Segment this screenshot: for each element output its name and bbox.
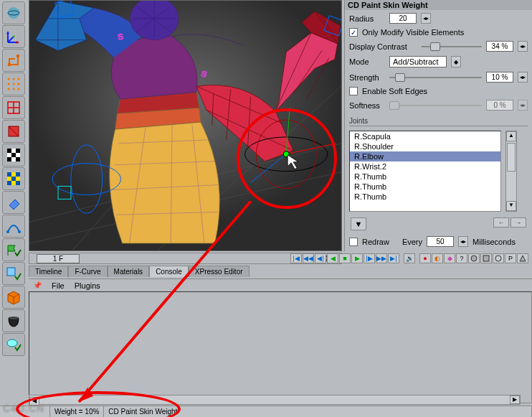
goto-start-button[interactable]: |◀ xyxy=(290,253,302,263)
record-button[interactable]: ● xyxy=(419,253,431,263)
tool-curve-blue[interactable] xyxy=(2,215,25,238)
next-key-button[interactable]: ▶▶ xyxy=(376,253,387,263)
prev-joint-button[interactable]: ← xyxy=(493,217,509,228)
svg-point-8 xyxy=(13,83,15,85)
console-output[interactable] xyxy=(29,291,532,403)
autokey-button[interactable]: ◐ xyxy=(432,253,443,263)
tab-xpresso[interactable]: XPresso Editor xyxy=(189,266,250,277)
joint-item-3[interactable]: R.Wrist.2 xyxy=(350,161,500,172)
strength-slider[interactable] xyxy=(389,72,482,83)
console-pin-icon[interactable]: 📌 xyxy=(33,281,42,289)
joints-list[interactable]: R.Scapula R.Shoulder R.Elbow R.Wrist.2 R… xyxy=(349,131,501,212)
console-hscroll[interactable]: ◀ ▶ xyxy=(29,395,521,405)
joint-item-2[interactable]: R.Elbow xyxy=(350,151,500,161)
redraw-checkbox[interactable] xyxy=(349,238,358,246)
playback-controls: |◀ ◀◀ ◀| ◀ ■ ▶ |▶ ▶▶ ▶| 🔊 ● ◐ ◆ ? P xyxy=(290,253,531,264)
stop-button[interactable]: ■ xyxy=(339,253,351,263)
radius-input[interactable] xyxy=(389,13,417,24)
key-param-button[interactable]: P xyxy=(505,253,516,263)
mode-dropdown[interactable]: Add/Subtract xyxy=(389,56,447,67)
svg-point-45 xyxy=(495,256,501,261)
tool-checker[interactable] xyxy=(2,144,25,167)
next-joint-button[interactable]: → xyxy=(510,217,526,228)
tool-cup[interactable] xyxy=(2,309,25,332)
tool-orange-box[interactable] xyxy=(2,286,25,309)
tool-check-cyan[interactable] xyxy=(2,333,25,356)
joint-item-1[interactable]: R.Shoulder xyxy=(350,141,500,151)
every-input[interactable] xyxy=(427,236,454,247)
tool-checker-y[interactable] xyxy=(2,167,25,190)
hscroll-left-icon[interactable]: ◀ xyxy=(29,397,39,406)
strength-label: Strength xyxy=(349,73,385,82)
tab-timeline[interactable]: Timeline xyxy=(29,266,68,277)
hscroll-right-icon[interactable]: ▶ xyxy=(510,395,520,404)
display-contrast-label: Display Contrast xyxy=(349,42,417,51)
console-menu-plugins[interactable]: Plugins xyxy=(75,281,100,290)
display-contrast-slider[interactable] xyxy=(422,42,482,52)
scroll-thumb[interactable] xyxy=(507,143,516,172)
tool-check-blue[interactable] xyxy=(2,262,25,285)
svg-rect-28 xyxy=(7,268,15,276)
tool-scale[interactable] xyxy=(2,49,25,72)
svg-rect-3 xyxy=(16,55,19,57)
soft-edges-label: Enable Soft Edges xyxy=(362,87,427,95)
svg-point-0 xyxy=(8,7,19,19)
key-r-button[interactable] xyxy=(493,253,504,263)
joint-item-5[interactable]: R.Thumb xyxy=(350,182,500,192)
prev-frame-button[interactable]: ◀| xyxy=(315,253,326,263)
key-p-button[interactable] xyxy=(468,253,480,263)
only-modify-checkbox[interactable] xyxy=(349,28,358,37)
svg-rect-19 xyxy=(16,157,20,161)
every-stepper[interactable]: ◂▸ xyxy=(458,236,468,247)
tool-axis[interactable] xyxy=(2,25,25,48)
tool-eraser[interactable] xyxy=(2,191,25,214)
help-icon[interactable]: ? xyxy=(456,253,467,263)
strength-input[interactable] xyxy=(486,72,513,83)
tab-console[interactable]: Console xyxy=(149,266,189,277)
next-frame-button[interactable]: |▶ xyxy=(364,253,375,263)
key-s-button[interactable] xyxy=(480,253,492,263)
svg-point-30 xyxy=(7,339,17,347)
tool-uv-red[interactable] xyxy=(2,96,25,119)
viewport-3d[interactable]: S S xyxy=(29,0,342,251)
only-modify-label: Only Modify Visible Elements xyxy=(362,28,464,37)
status-weight: Weight = 10% xyxy=(50,406,104,417)
tool-sphere[interactable] xyxy=(2,1,25,24)
svg-point-10 xyxy=(8,88,10,90)
key-pla-button[interactable] xyxy=(517,253,528,263)
mode-dropdown-arrow[interactable]: ◆ xyxy=(451,56,461,67)
svg-point-43 xyxy=(471,256,477,261)
soft-edges-checkbox[interactable] xyxy=(349,87,358,95)
goto-end-button[interactable]: ▶| xyxy=(388,253,399,263)
svg-rect-22 xyxy=(16,172,20,177)
joint-item-6[interactable]: R.Thumb xyxy=(350,192,500,202)
status-bar: Weight = 10% CD Paint Skin Weight xyxy=(0,406,532,417)
tool-check-green[interactable] xyxy=(2,238,25,261)
joints-dropdown-button[interactable]: ▼ xyxy=(351,217,366,230)
key-selection-button[interactable]: ◆ xyxy=(444,253,455,263)
radius-stepper[interactable]: ◂▸ xyxy=(421,13,431,24)
tool-grid-orange[interactable] xyxy=(2,72,25,95)
joint-item-0[interactable]: R.Scapula xyxy=(350,131,500,141)
svg-point-5 xyxy=(13,78,15,80)
joint-item-4[interactable]: R.Thumb xyxy=(350,172,500,182)
scroll-down-icon[interactable]: ▼ xyxy=(506,201,516,211)
svg-rect-2 xyxy=(8,63,11,66)
sound-icon[interactable]: 🔊 xyxy=(404,253,415,263)
joints-scrollbar[interactable]: ▲ ▼ xyxy=(505,131,517,212)
strength-stepper[interactable]: ◂▸ xyxy=(518,72,528,83)
play-button[interactable]: ▶ xyxy=(351,253,363,263)
console-menu-file[interactable]: File xyxy=(52,281,65,290)
tool-poly-red[interactable] xyxy=(2,120,25,143)
prev-key-button[interactable]: ◀◀ xyxy=(303,253,314,263)
svg-rect-15 xyxy=(7,149,11,153)
display-contrast-input[interactable] xyxy=(486,41,513,52)
svg-point-27 xyxy=(18,230,21,233)
display-contrast-stepper[interactable]: ◂▸ xyxy=(518,41,528,52)
tab-materials[interactable]: Materials xyxy=(108,266,150,277)
scroll-up-icon[interactable]: ▲ xyxy=(506,131,516,141)
play-back-button[interactable]: ◀ xyxy=(327,253,338,263)
tab-fcurve[interactable]: F-Curve xyxy=(68,266,107,277)
frame-current[interactable]: 1 F xyxy=(37,254,80,263)
status-tool: CD Paint Skin Weight xyxy=(104,406,532,417)
